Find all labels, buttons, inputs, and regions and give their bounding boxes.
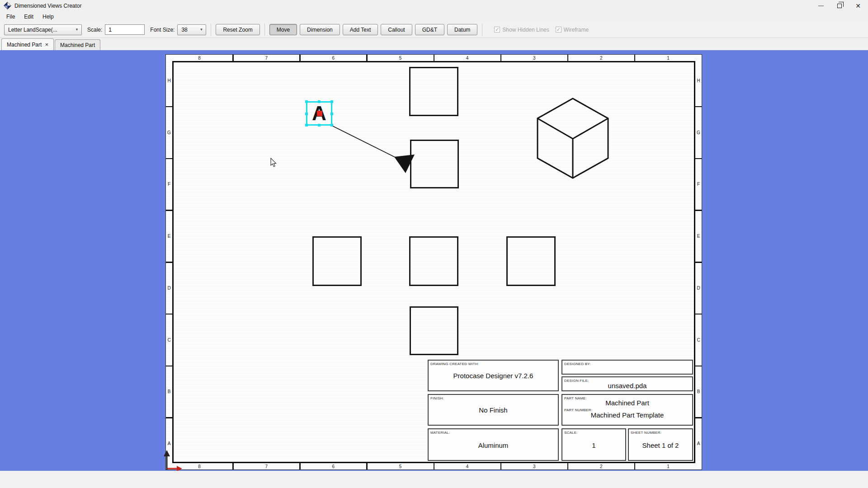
zone-label: B: [695, 366, 702, 418]
display-options: ✓ Show Hidden Lines ✓ Wireframe: [494, 27, 589, 33]
menu-edit[interactable]: Edit: [19, 12, 38, 21]
drawing-canvas[interactable]: A DRAWING CREATED WITH: Protocase Design…: [0, 50, 868, 471]
show-hidden-lines-checkbox[interactable]: ✓ Show Hidden Lines: [494, 27, 549, 33]
zone-label: G: [695, 107, 702, 159]
selection-handle[interactable]: [305, 113, 308, 115]
checkbox-check-icon: ✓: [494, 27, 500, 33]
view-square[interactable]: [409, 236, 458, 286]
zone-separator: [166, 106, 172, 108]
zone-separator: [232, 463, 234, 469]
show-hidden-lines-label: Show Hidden Lines: [502, 27, 549, 33]
selection-handle[interactable]: [305, 100, 308, 103]
zone-label: 6: [300, 55, 367, 61]
zone-label: 4: [434, 463, 501, 469]
zone-label: H: [166, 55, 172, 107]
page-size-value: Letter LandScape(...: [8, 27, 57, 33]
title-block-cell: MATERIAL: Aluminum: [428, 428, 559, 461]
zone-label: 1: [635, 55, 702, 61]
selection-handle[interactable]: [330, 100, 333, 103]
cell-value: Protocase Designer v7.2.6: [429, 372, 558, 380]
zone-separator: [634, 55, 636, 61]
tab-machined-part-2[interactable]: Machined Part: [55, 39, 100, 50]
close-icon[interactable]: ✕: [855, 3, 861, 9]
add-text-button[interactable]: Add Text: [343, 24, 378, 35]
zone-separator: [695, 366, 702, 367]
zone-label: 8: [166, 463, 233, 469]
zone-label: 3: [501, 463, 568, 469]
toolbar-separator: [264, 23, 265, 36]
minimize-icon[interactable]: [818, 5, 824, 6]
reset-zoom-button[interactable]: Reset Zoom: [216, 24, 259, 35]
menu-file[interactable]: File: [2, 12, 19, 21]
callout-anchor-handle[interactable]: [317, 111, 322, 116]
scale-input[interactable]: [105, 24, 145, 35]
datum-button[interactable]: Datum: [447, 24, 477, 35]
zone-label: 2: [568, 55, 635, 61]
cell-label: FINISH:: [429, 395, 558, 400]
view-square[interactable]: [410, 140, 459, 188]
toolbar-separator: [482, 23, 482, 36]
gdt-button[interactable]: GD&T: [415, 24, 444, 35]
zone-separator: [567, 55, 569, 61]
zone-label: 7: [233, 55, 300, 61]
view-square[interactable]: [312, 236, 362, 286]
title-block-cell: PART NAME: Machined Part PART NUMBER: Ma…: [561, 394, 693, 426]
title-block: DRAWING CREATED WITH: Protocase Designer…: [427, 359, 694, 462]
selected-callout[interactable]: A: [306, 101, 332, 126]
zone-label: 5: [367, 463, 434, 469]
title-block-cell: SCALE: 1: [561, 428, 626, 461]
title-block-cell: DESIGN FILE: unsaved.pda: [561, 376, 693, 391]
app-icon: [4, 2, 11, 9]
font-size-label: Font Size:: [150, 27, 175, 33]
tab-bar: Machined Part × Machined Part: [0, 38, 868, 50]
view-square[interactable]: [506, 236, 556, 286]
zone-label: E: [166, 210, 172, 262]
selection-handle[interactable]: [318, 124, 321, 127]
checkbox-check-icon: ✓: [556, 27, 561, 33]
zone-separator: [366, 463, 368, 469]
font-size-dropdown[interactable]: 38 ▼: [177, 24, 206, 35]
cell-label: SHEET NUMBER:: [629, 429, 692, 435]
callout-button[interactable]: Callout: [381, 24, 412, 35]
drawing-sheet[interactable]: A DRAWING CREATED WITH: Protocase Design…: [166, 55, 702, 469]
cell-value: 1: [562, 441, 625, 449]
zone-label: 6: [300, 463, 367, 469]
view-square[interactable]: [410, 306, 458, 355]
selection-handle[interactable]: [330, 113, 333, 115]
view-square[interactable]: [409, 67, 458, 116]
cell-label: DESIGNED BY:: [562, 361, 692, 366]
status-bar: [0, 471, 868, 488]
wireframe-label: Wireframe: [564, 27, 589, 33]
zone-label: F: [166, 159, 172, 211]
cell-value: Machined Part Template: [562, 411, 692, 419]
zone-label: A: [166, 418, 172, 469]
scale-label: Scale:: [87, 27, 102, 33]
zone-separator: [232, 55, 234, 61]
zone-label: 2: [568, 463, 635, 469]
title-bar: Dimensioned Views Creator ✕: [0, 0, 868, 11]
zone-separator: [567, 463, 569, 469]
menu-help[interactable]: Help: [38, 12, 58, 21]
tab-machined-part-1[interactable]: Machined Part ×: [1, 38, 54, 50]
selection-handle[interactable]: [330, 124, 333, 127]
move-button[interactable]: Move: [269, 24, 297, 35]
zone-label: C: [166, 314, 172, 366]
dimension-button[interactable]: Dimension: [300, 24, 340, 35]
page-size-dropdown[interactable]: Letter LandScape(... ▼: [4, 24, 82, 35]
zone-separator: [166, 314, 172, 315]
zone-separator: [634, 463, 636, 469]
restore-icon[interactable]: [837, 4, 842, 8]
zone-separator: [299, 463, 301, 469]
zone-separator: [434, 463, 435, 469]
cell-label: MATERIAL:: [429, 429, 558, 435]
wireframe-checkbox[interactable]: ✓ Wireframe: [556, 27, 589, 33]
zone-separator: [695, 158, 702, 160]
selection-handle[interactable]: [318, 100, 321, 103]
cell-value: Sheet 1 of 2: [629, 441, 692, 449]
cell-value: unsaved.pda: [562, 382, 692, 389]
zone-label: B: [166, 366, 172, 418]
zone-separator: [500, 55, 502, 61]
tab-close-icon[interactable]: ×: [45, 42, 48, 47]
selection-handle[interactable]: [305, 124, 308, 127]
zone-separator: [695, 314, 702, 315]
